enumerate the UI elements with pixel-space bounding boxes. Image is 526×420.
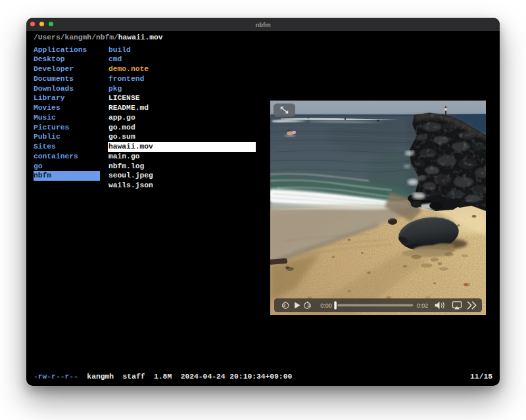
svg-text:0:02: 0:02 bbox=[417, 302, 429, 308]
svg-text:0:00: 0:00 bbox=[321, 302, 333, 308]
svg-text:15: 15 bbox=[308, 303, 312, 307]
svg-text:15: 15 bbox=[282, 303, 286, 307]
